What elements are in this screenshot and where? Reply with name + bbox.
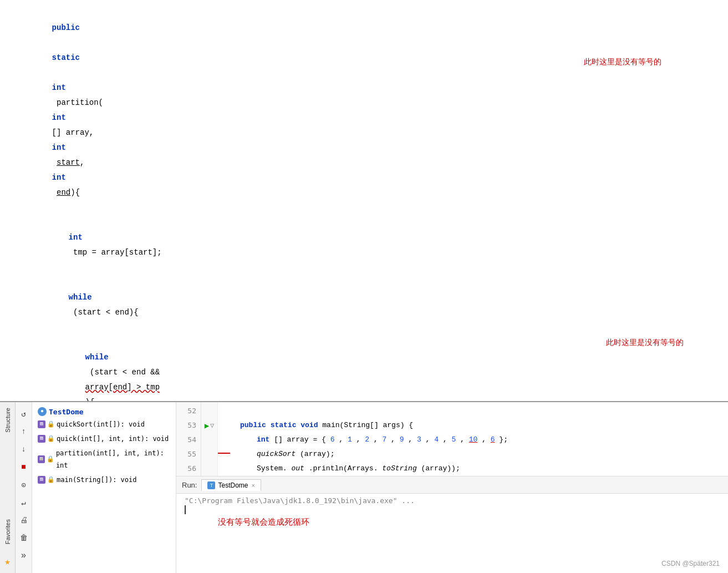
- method-label-1: quickSort(int[]): void: [57, 418, 145, 430]
- gutter: ▶ ▽ △: [201, 402, 218, 476]
- console-area: "C:\Program Files\Java\jdk1.8.0_192\bin\…: [176, 494, 728, 573]
- favorites-star: ★: [4, 555, 11, 567]
- console-line-1: "C:\Program Files\Java\jdk1.8.0_192\bin\…: [185, 496, 720, 505]
- favorites-tab[interactable]: Favorites: [4, 519, 11, 544]
- code-line-3: while (start < end){: [33, 275, 728, 335]
- camera-button[interactable]: ⊙: [16, 477, 32, 493]
- method-item-3[interactable]: m 🔒 partition(int[], int, int): int: [32, 446, 176, 473]
- left-side-tabs: Structure Favorites ★: [0, 402, 16, 573]
- run-tab-close[interactable]: ×: [252, 482, 255, 489]
- method-label-2: quick(int[], int, int): void: [57, 433, 169, 445]
- code-line-2: int tmp = array[start];: [33, 215, 728, 275]
- method-icon-m4: m: [38, 476, 45, 484]
- csdn-watermark: CSDN @Später321: [661, 560, 720, 567]
- structure-tab[interactable]: Structure: [4, 408, 11, 433]
- more-button[interactable]: »: [16, 548, 32, 564]
- reload-button[interactable]: ↺: [16, 406, 32, 422]
- editor-line-54: int [] array = { 6 , 1 , 2 , 7 , 9 , 3 ,: [223, 433, 722, 447]
- cursor: [185, 505, 186, 514]
- editor-line-53: public static void main(String[] args) {: [223, 418, 722, 433]
- code-content: public static void main(String[] args) {…: [218, 402, 728, 476]
- stop-button[interactable]: ■: [16, 459, 32, 475]
- method-icon-m3: m: [38, 455, 45, 463]
- method-lock-1: 🔒: [47, 418, 55, 430]
- editor-line-52: [223, 404, 722, 418]
- delete-button[interactable]: 🗑: [16, 530, 32, 546]
- enter-button[interactable]: ↵: [16, 495, 32, 510]
- editor-line-55: quickSort (array);: [223, 447, 722, 462]
- run-bar: Run: T TestDome ×: [176, 476, 728, 494]
- method-lock-4: 🔒: [47, 474, 55, 486]
- run-tab-name: TestDome: [218, 481, 248, 489]
- code-line-1: public static int partition( int [] arra…: [33, 6, 728, 215]
- annotation-bubble-1: 此时这里是没有等号的: [584, 57, 661, 67]
- method-icon-m2: m: [38, 435, 45, 443]
- print-button[interactable]: 🖨: [16, 513, 32, 528]
- method-lock-3: 🔒: [47, 453, 54, 465]
- fold-btn-53[interactable]: ▽: [210, 422, 214, 430]
- right-editor-console: 52 53 54 55 56 57 58 ▶ ▽ △: [176, 402, 728, 573]
- methods-panel: ● TestDome m 🔒 quickSort(int[]): void m …: [32, 402, 176, 573]
- annotation-1: 此时这里是没有等号的: [606, 335, 684, 350]
- class-header: ● TestDome: [32, 405, 176, 417]
- exec-arrow: ▶: [205, 421, 209, 430]
- run-toolbar: ↺ ↑ ↓ ■ ⊙ ↵ 🖨 🗑 »: [16, 402, 32, 573]
- bottom-section: Structure Favorites ★ ↺ ↑ ↓ ■ ⊙ ↵ 🖨 🗑 » …: [0, 401, 728, 573]
- method-item-2[interactable]: m 🔒 quick(int[], int, int): void: [32, 432, 176, 446]
- up-button[interactable]: ↑: [16, 424, 32, 439]
- method-icon-m: m: [38, 420, 45, 428]
- line-numbers: 52 53 54 55 56 57 58: [176, 402, 201, 476]
- method-lock-2: 🔒: [47, 433, 55, 445]
- run-tab-icon: T: [207, 481, 215, 489]
- editor-section: 52 53 54 55 56 57 58 ▶ ▽ △: [176, 402, 728, 476]
- method-label-4: main(String[]): void: [57, 474, 137, 486]
- down-button[interactable]: ↓: [16, 442, 32, 457]
- editor-line-56: System. out .println(Arrays. toString (a…: [223, 462, 722, 476]
- run-tab[interactable]: T TestDome ×: [201, 479, 261, 491]
- annotation-2: 没有等号就会造成死循环: [218, 517, 720, 528]
- run-label: Run:: [182, 481, 197, 489]
- class-name: TestDome: [49, 408, 84, 416]
- method-item-4[interactable]: m 🔒 main(String[]): void: [32, 473, 176, 487]
- method-item-1[interactable]: m 🔒 quickSort(int[]): void: [32, 417, 176, 432]
- method-label-3: partition(int[], int, int): int: [56, 447, 170, 471]
